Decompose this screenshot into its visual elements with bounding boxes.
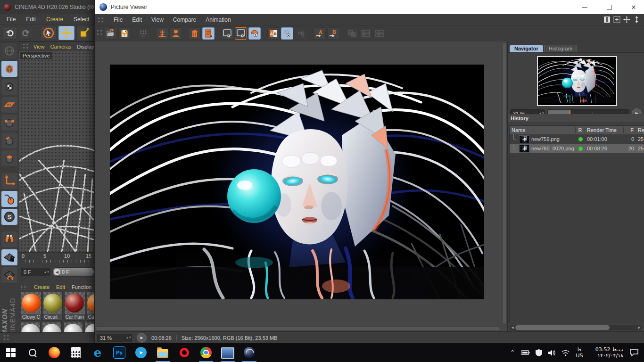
start-button[interactable] — [0, 343, 22, 362]
language-indicator[interactable]: فا US — [572, 346, 586, 359]
snap-s-icon[interactable]: S — [1, 208, 18, 225]
taskbar-cinema4d[interactable] — [239, 343, 260, 362]
column-f[interactable]: F — [624, 127, 636, 133]
compare-ab-disabled-icon[interactable]: AB — [295, 27, 307, 40]
goto-b-icon[interactable]: B — [327, 27, 339, 40]
image-vertical-scrollbar[interactable] — [502, 42, 507, 324]
polygons-mode-icon[interactable] — [1, 150, 18, 167]
pv-menu-file[interactable]: File — [114, 16, 123, 23]
edit-note-icon[interactable] — [202, 27, 215, 40]
axis-mode-icon[interactable] — [1, 173, 18, 189]
wifi-icon[interactable]: * — [559, 343, 571, 362]
compare-ab-icon[interactable]: AB — [267, 27, 280, 40]
render-visibility-icon[interactable] — [248, 27, 261, 40]
panel-toggle-icon[interactable] — [603, 16, 611, 23]
save-file-icon[interactable]: ? — [118, 27, 131, 40]
taskbar-clock[interactable]: 03:52 ب.ظ ۱۴۰۲/۰۴/۱۸ — [587, 346, 625, 359]
materials-menu-create[interactable]: Create — [34, 284, 50, 290]
scale-tool-icon[interactable] — [76, 26, 92, 40]
pv-menu-compare[interactable]: Compare — [173, 16, 196, 23]
swap-ab-icon[interactable]: AB — [346, 27, 358, 40]
c4d-menu-create[interactable]: Create — [46, 16, 63, 23]
panel-handle-icon[interactable] — [97, 30, 103, 37]
goto-a-icon[interactable]: A — [314, 27, 326, 40]
frame-slider[interactable]: ◀ 0 F — [52, 267, 94, 277]
viewport-menu-cameras[interactable]: Cameras — [50, 44, 72, 49]
frame-b-visibility-icon[interactable] — [235, 27, 247, 40]
timeline-ruler[interactable]: 0 5 10 15 — [19, 253, 94, 265]
taskbar-file-explorer[interactable] — [152, 343, 173, 362]
taskbar-telegram[interactable]: ➤ — [130, 343, 152, 362]
tab-navigator[interactable]: Navigator — [510, 45, 543, 52]
pv-menu-edit[interactable]: Edit — [132, 16, 142, 23]
move-window-icon[interactable] — [623, 16, 630, 23]
upload-user-icon[interactable] — [170, 27, 182, 40]
material-item[interactable] — [21, 322, 41, 333]
pv-menu-animation[interactable]: Animation — [206, 16, 231, 23]
material-item[interactable] — [63, 322, 83, 333]
sequence-ab-icon[interactable]: A1B2 — [373, 27, 386, 40]
column-re[interactable]: Re — [636, 127, 644, 133]
workplane-rotate-icon[interactable] — [1, 267, 18, 284]
maximize-button[interactable] — [599, 0, 619, 14]
resize-icon[interactable] — [633, 16, 640, 23]
status-zoom-spinner[interactable]: 31 % ▲▼ — [97, 334, 132, 342]
model-mode-icon[interactable] — [1, 60, 18, 77]
redo-icon[interactable] — [19, 26, 33, 40]
materials-menu-edit[interactable]: Edit — [56, 284, 65, 290]
mouse-tool-icon[interactable] — [1, 190, 18, 207]
history-row[interactable]: new759.png 00:01:00 0 25 — [510, 134, 644, 144]
edges-mode-icon[interactable] — [1, 132, 18, 149]
viewport-menu-display[interactable]: Display — [77, 44, 94, 49]
layout-grid-icon[interactable]: 12 — [137, 27, 149, 40]
undo-icon[interactable] — [3, 26, 17, 40]
history-horizontal-scrollbar[interactable]: ◀ ▶ — [510, 325, 642, 330]
scroll-right-icon[interactable]: ▶ — [636, 326, 642, 329]
panel-handle-icon[interactable] — [2, 335, 9, 342]
move-tool-icon[interactable] — [58, 26, 74, 40]
navigator-thumbnail[interactable] — [537, 56, 617, 106]
frame-a-visibility-icon[interactable] — [221, 27, 233, 40]
column-name[interactable]: Name — [510, 127, 576, 133]
material-item[interactable]: Car Pain — [64, 292, 85, 321]
close-button[interactable]: ✕ — [623, 0, 644, 14]
compare-ab-visibility-icon[interactable]: AB — [281, 27, 293, 40]
panel-handle-icon[interactable] — [98, 16, 104, 23]
taskbar-opera[interactable] — [173, 343, 195, 362]
link-ab-icon[interactable]: AB — [360, 27, 372, 40]
tray-chevron-icon[interactable]: ⌃ — [506, 343, 519, 362]
lock-workplane-icon[interactable] — [1, 249, 18, 266]
spinner-arrows-icon[interactable]: ▲▼ — [43, 271, 50, 273]
export-image-icon[interactable] — [156, 27, 168, 40]
material-item[interactable] — [42, 322, 62, 333]
viewport-menu-view[interactable]: View — [33, 44, 45, 49]
c4d-menu-select[interactable]: Select — [74, 16, 89, 23]
panel-handle-icon[interactable] — [21, 284, 27, 290]
image-horizontal-scrollbar[interactable] — [96, 326, 500, 331]
defender-shield-icon[interactable] — [533, 343, 545, 362]
materials-menu-function[interactable]: Function — [72, 284, 91, 290]
spinner-arrows-icon[interactable]: ▲▼ — [125, 337, 132, 339]
column-r[interactable]: R — [576, 127, 585, 133]
texture-mode-icon[interactable] — [1, 78, 18, 95]
play-button[interactable]: ▶ — [137, 333, 147, 343]
taskbar-edge[interactable]: e — [87, 343, 108, 362]
panel-handle-icon[interactable] — [21, 44, 28, 49]
magnet-snap-icon[interactable] — [1, 231, 18, 248]
add-tab-icon[interactable] — [613, 16, 620, 23]
scroll-left-icon[interactable]: ◀ — [510, 326, 515, 329]
speaker-icon[interactable] — [546, 343, 558, 362]
c4d-menu-edit[interactable]: Edit — [26, 16, 36, 23]
history-row-selected[interactable]: new780_0020.png 00:08:26 20 25 — [510, 144, 644, 153]
rendered-image[interactable] — [110, 65, 484, 299]
delete-image-icon[interactable] — [189, 27, 201, 40]
slider-left-arrow-icon[interactable]: ◀ — [54, 269, 60, 275]
live-selection-icon[interactable] — [41, 26, 57, 40]
taskbar-photoshop[interactable]: Ps — [108, 343, 130, 362]
material-item[interactable]: Glowy C — [21, 292, 41, 321]
image-view-area[interactable] — [95, 41, 508, 332]
battery-icon[interactable] — [520, 343, 532, 362]
material-item[interactable] — [84, 322, 94, 333]
minimize-button[interactable] — [574, 0, 595, 14]
pv-menu-view[interactable]: View — [151, 16, 164, 23]
